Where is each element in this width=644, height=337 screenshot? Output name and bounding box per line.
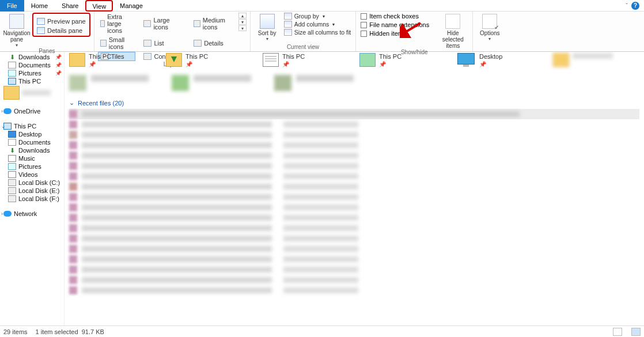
view-details-toggle[interactable] <box>613 328 622 336</box>
sidebar-item-downloads-2[interactable]: ⬇Downloads <box>0 146 64 154</box>
list-item[interactable] <box>69 161 639 171</box>
list-item[interactable] <box>69 181 639 192</box>
tab-file[interactable]: File <box>0 0 24 12</box>
sidebar-item-onedrive[interactable]: ›OneDrive <box>0 107 64 115</box>
list-item[interactable] <box>69 254 639 264</box>
layout-scroll-down[interactable]: ▾ <box>238 19 247 25</box>
list-item[interactable] <box>69 171 639 181</box>
tab-view[interactable]: View <box>85 0 113 12</box>
list-item[interactable] <box>69 150 639 161</box>
chevron-right-icon: › <box>1 211 3 217</box>
folder-tile-blurred[interactable] <box>274 75 354 91</box>
size-columns-icon <box>284 29 292 36</box>
sidebar-item-pictures-2[interactable]: Pictures <box>0 162 64 171</box>
add-columns-icon <box>284 21 292 28</box>
layout-details[interactable]: Details <box>191 36 236 51</box>
layout-small-icons[interactable]: Small icons <box>98 36 136 51</box>
preview-pane-button[interactable]: Preview pane <box>35 17 88 25</box>
help-icon[interactable]: ? <box>631 2 639 10</box>
status-selected: 1 item selected <box>36 328 78 335</box>
layout-large-icons[interactable]: Large icons <box>141 13 185 35</box>
layout-expand[interactable]: ▾ <box>238 25 247 31</box>
sidebar-item-disk-f[interactable]: Local Disk (F:) <box>0 195 64 203</box>
folder-tile-blurred[interactable] <box>553 53 639 68</box>
navigation-pane-icon <box>9 14 24 29</box>
sidebar-item-thispc[interactable]: ⌄This PC <box>0 122 64 130</box>
item-check-boxes-toggle[interactable]: Item check boxes <box>359 13 434 20</box>
list-item[interactable] <box>69 119 639 130</box>
list-item[interactable] <box>69 233 639 244</box>
panes-highlight: Preview pane Details pane <box>32 13 90 37</box>
details-pane-button[interactable]: Details pane <box>35 26 88 35</box>
group-by-icon <box>284 13 292 20</box>
pin-icon: 📌 <box>379 61 386 67</box>
hide-selected-label: Hide selected items <box>437 30 469 49</box>
size-columns-button[interactable]: Size all columns to fit <box>283 29 353 36</box>
layout-list[interactable]: List <box>141 36 185 51</box>
sort-by-button[interactable]: Sort by ▾ <box>254 13 281 41</box>
folder-tile[interactable]: Desktop📌 <box>456 53 543 68</box>
sidebar-item-desktop[interactable]: Desktop <box>0 130 64 138</box>
list-item[interactable] <box>69 223 639 233</box>
folder-tile-blurred[interactable] <box>69 75 149 91</box>
hidden-items-toggle[interactable]: Hidden items <box>359 30 434 37</box>
desktop-icon <box>8 131 16 138</box>
minimize-ribbon-icon[interactable]: ˇ <box>626 2 628 9</box>
small-icons-icon <box>100 40 107 47</box>
svg-line-0 <box>403 23 421 33</box>
recent-files-header[interactable]: ⌄ Recent files (20) <box>69 99 639 107</box>
list-item[interactable] <box>69 285 639 296</box>
sidebar-item-documents[interactable]: Documents📌 <box>0 61 64 69</box>
blurred-label <box>22 90 51 96</box>
layout-medium-icons[interactable]: Medium icons <box>191 13 236 35</box>
list-item[interactable] <box>69 109 639 119</box>
options-group-label <box>476 50 503 51</box>
videos-icon <box>8 171 16 178</box>
current-view-group-label: Current view <box>254 44 353 51</box>
hide-selected-items-button[interactable]: Hide selected items <box>437 13 469 49</box>
folder-tile-blurred[interactable] <box>172 75 251 91</box>
sidebar-item-thispc-quick[interactable]: This PC <box>0 77 64 85</box>
sort-by-label: Sort by <box>258 30 276 36</box>
list-item[interactable] <box>69 213 639 223</box>
list-item[interactable] <box>69 275 639 285</box>
navigation-tree: ⬇Downloads📌 Documents📌 Pictures📌 This PC… <box>0 52 65 325</box>
options-button[interactable]: ✔ Options ▾ <box>476 13 503 41</box>
folder-icon <box>69 53 85 67</box>
navigation-pane-button[interactable]: Navigation pane ▾ <box>3 13 30 48</box>
list-item[interactable] <box>69 140 639 150</box>
chevron-down-icon: ▾ <box>488 36 491 41</box>
tab-home[interactable]: Home <box>24 0 55 12</box>
sidebar-item-pictures[interactable]: Pictures📌 <box>0 69 64 77</box>
folder-icon <box>553 53 569 67</box>
folder-tile[interactable]: This PC📌 <box>263 53 349 68</box>
layout-scroll-up[interactable]: ▴ <box>238 13 247 18</box>
tab-manage[interactable]: Manage <box>113 0 150 12</box>
tab-share[interactable]: Share <box>55 0 85 12</box>
chevron-down-icon: ▾ <box>332 22 335 27</box>
sidebar-item-disk-e[interactable]: Local Disk (E:) <box>0 187 64 195</box>
sidebar-item-music[interactable]: Music <box>0 154 64 162</box>
list-item[interactable] <box>69 192 639 202</box>
list-item[interactable] <box>69 244 639 254</box>
pictures-folder-icon <box>359 53 376 67</box>
sidebar-item-disk-c[interactable]: Local Disk (C:) <box>0 179 64 187</box>
sidebar-item-videos[interactable]: Videos <box>0 171 64 179</box>
file-name-extensions-toggle[interactable]: File name extensions <box>359 21 434 28</box>
folder-tile[interactable]: This PC📌 <box>359 53 446 68</box>
view-tiles-toggle[interactable] <box>631 328 641 336</box>
layout-extra-large-icons[interactable]: Extra large icons <box>98 13 136 35</box>
group-by-button[interactable]: Group by▾ <box>283 13 353 20</box>
pin-icon: 📌 <box>185 61 192 67</box>
sidebar-item-downloads[interactable]: ⬇Downloads📌 <box>0 53 64 61</box>
add-columns-button[interactable]: Add columns▾ <box>283 21 353 28</box>
list-item[interactable] <box>69 130 639 140</box>
folder-tile[interactable]: This PC📌 <box>69 53 156 68</box>
large-icons-icon <box>143 20 151 27</box>
list-item[interactable] <box>69 202 639 213</box>
list-item[interactable] <box>69 264 639 275</box>
sidebar-item-documents-2[interactable]: Documents <box>0 138 64 146</box>
chevron-down-icon: ⌄ <box>69 99 74 107</box>
sidebar-item-network[interactable]: ›Network <box>0 210 64 218</box>
folder-tile[interactable]: This PC📌 <box>166 53 252 68</box>
